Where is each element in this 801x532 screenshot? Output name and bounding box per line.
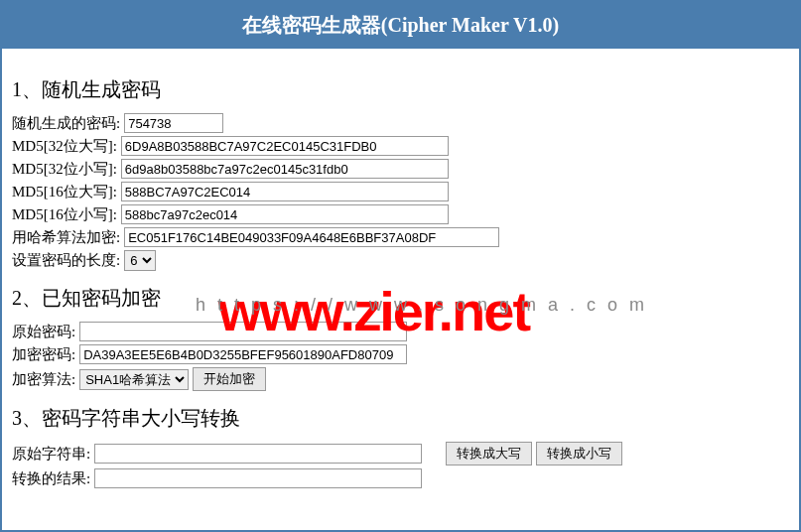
orig-pwd-input[interactable]	[79, 322, 407, 341]
row-hash: 用哈希算法加密:	[12, 227, 789, 247]
enc-pwd-input[interactable]	[79, 344, 407, 364]
row-result-str: 转换的结果:	[12, 468, 789, 488]
algo-select[interactable]: SHA1哈希算法	[79, 369, 189, 390]
md5-32u-label: MD5[32位大写]:	[12, 137, 117, 156]
encrypt-button[interactable]: 开始加密	[193, 367, 266, 391]
result-str-label: 转换的结果:	[12, 469, 90, 488]
orig-str-label: 原始字符串:	[12, 445, 90, 464]
to-upper-button[interactable]: 转换成大写	[446, 442, 532, 466]
algo-label: 加密算法:	[12, 370, 75, 389]
app-title: 在线密码生成器(Cipher Maker V1.0)	[242, 14, 559, 36]
row-orig-pwd: 原始密码:	[12, 322, 789, 341]
md5-16l-label: MD5[16位小写]:	[12, 205, 117, 224]
enc-pwd-label: 加密密码:	[12, 345, 75, 364]
length-select[interactable]: 6	[124, 250, 156, 271]
row-orig-str: 原始字符串: 转换成大写 转换成小写	[12, 442, 789, 466]
section3-title: 3、密码字符串大小写转换	[12, 405, 789, 432]
md5-32u-input[interactable]	[121, 136, 449, 156]
hash-label: 用哈希算法加密:	[12, 228, 120, 247]
random-label: 随机生成的密码:	[12, 114, 120, 133]
content-area: https://www.songma.com www.zier.net 1、随机…	[2, 49, 799, 505]
orig-pwd-label: 原始密码:	[12, 323, 75, 341]
section2-title: 2、已知密码加密	[12, 285, 789, 312]
app-header: 在线密码生成器(Cipher Maker V1.0)	[2, 2, 799, 49]
row-algo: 加密算法: SHA1哈希算法 开始加密	[12, 367, 789, 391]
hash-input[interactable]	[124, 227, 499, 247]
orig-str-input[interactable]	[94, 444, 422, 464]
row-md5-16u: MD5[16位大写]:	[12, 182, 789, 201]
row-md5-32u: MD5[32位大写]:	[12, 136, 789, 156]
to-lower-button[interactable]: 转换成小写	[536, 442, 622, 466]
row-length: 设置密码的长度: 6	[12, 250, 789, 271]
md5-32l-input[interactable]	[121, 159, 449, 179]
row-md5-16l: MD5[16位小写]:	[12, 204, 789, 224]
row-enc-pwd: 加密密码:	[12, 344, 789, 364]
md5-16l-input[interactable]	[121, 204, 449, 224]
random-input[interactable]	[124, 113, 223, 133]
row-md5-32l: MD5[32位小写]:	[12, 159, 789, 179]
length-label: 设置密码的长度:	[12, 251, 120, 270]
section1-title: 1、随机生成密码	[12, 76, 789, 103]
md5-32l-label: MD5[32位小写]:	[12, 160, 117, 179]
app-container: 在线密码生成器(Cipher Maker V1.0) https://www.s…	[0, 0, 801, 532]
row-random: 随机生成的密码:	[12, 113, 789, 133]
md5-16u-input[interactable]	[121, 182, 449, 201]
result-str-input[interactable]	[94, 468, 422, 488]
md5-16u-label: MD5[16位大写]:	[12, 183, 117, 201]
